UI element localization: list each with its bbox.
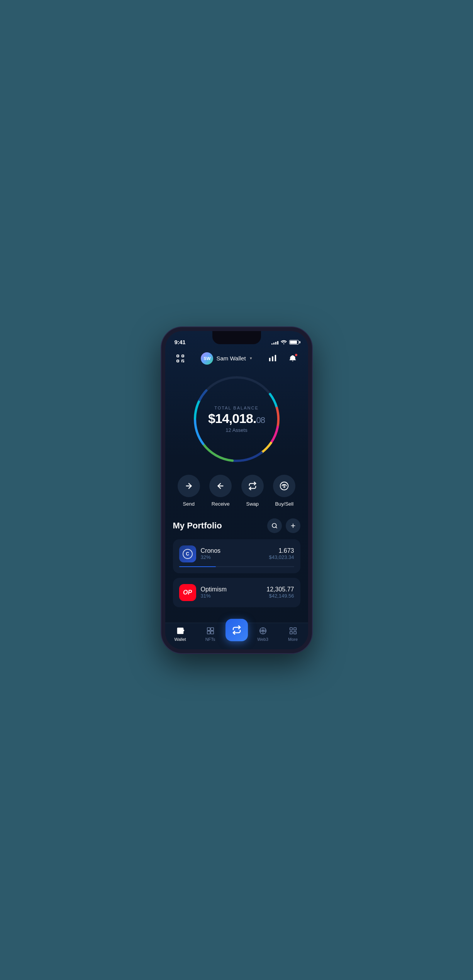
cronos-bar xyxy=(179,566,216,567)
svg-rect-2 xyxy=(182,355,184,357)
web3-nav-label: Web3 xyxy=(257,637,268,642)
quick-actions: Send Receive xyxy=(165,465,308,511)
balance-cents: 08 xyxy=(256,415,264,425)
notifications-button[interactable] xyxy=(285,351,300,366)
cronos-amount: 1.673 xyxy=(269,547,294,554)
bottom-navigation: Wallet NFTs xyxy=(165,623,308,649)
svg-rect-30 xyxy=(210,627,213,630)
notification-dot xyxy=(295,353,298,357)
cronos-bar-container xyxy=(179,566,294,567)
asset-row: C Cronos 32% 1.673 $43,023.34 xyxy=(179,545,294,562)
nfts-nav-label: NFTs xyxy=(205,637,215,642)
svg-rect-9 xyxy=(272,356,274,361)
balance-assets-count: 12 Assets xyxy=(208,427,265,433)
optimism-amount: 12,305.77 xyxy=(266,586,294,593)
optimism-values: 12,305.77 $42,149.56 xyxy=(266,586,294,599)
nav-wallet[interactable]: Wallet xyxy=(165,626,195,642)
nav-web3[interactable]: Web3 xyxy=(248,626,278,642)
svg-rect-8 xyxy=(269,358,271,361)
signal-icon xyxy=(271,340,278,345)
portfolio-add-button[interactable] xyxy=(286,518,300,533)
svg-rect-38 xyxy=(293,631,296,634)
cronos-pct: 32% xyxy=(201,554,264,560)
receive-action[interactable]: Receive xyxy=(209,475,232,507)
asset-card-optimism[interactable]: OP Optimism 31% 12,305.77 $42,149.56 xyxy=(173,578,300,607)
balance-amount: $14,018.08 xyxy=(208,411,265,425)
send-button[interactable] xyxy=(178,475,200,497)
nav-right-actions xyxy=(265,351,300,366)
buysell-action[interactable]: $ Buy/Sell xyxy=(273,475,295,507)
optimism-info: Optimism 31% xyxy=(201,586,262,599)
send-label: Send xyxy=(183,501,195,507)
send-action[interactable]: Send xyxy=(178,475,200,507)
web3-nav-icon xyxy=(258,626,268,635)
portfolio-search-button[interactable] xyxy=(267,518,282,533)
receive-button[interactable] xyxy=(209,475,232,497)
svg-rect-31 xyxy=(207,631,210,634)
scanner-button[interactable] xyxy=(173,351,188,366)
status-time: 9:41 xyxy=(175,339,186,345)
top-nav: SW Sam Wallet ▾ xyxy=(165,348,308,369)
wallet-name: Sam Wallet xyxy=(216,355,246,362)
nfts-nav-icon xyxy=(206,626,215,635)
svg-rect-1 xyxy=(177,355,179,357)
more-nav-label: More xyxy=(288,637,298,642)
portfolio-section: My Portfolio xyxy=(165,511,308,607)
svg-rect-32 xyxy=(210,631,213,634)
optimism-usd: $42,149.56 xyxy=(266,593,294,599)
wallet-nav-label: Wallet xyxy=(174,637,186,642)
chart-button[interactable] xyxy=(265,351,280,366)
swap-label: Swap xyxy=(246,501,259,507)
cronos-values: 1.673 $43,023.34 xyxy=(269,547,294,560)
svg-line-26 xyxy=(276,527,277,528)
battery-icon xyxy=(289,340,299,345)
swap-action[interactable]: Swap xyxy=(241,475,264,507)
buysell-label: Buy/Sell xyxy=(275,501,293,507)
cronos-icon: C xyxy=(179,545,196,562)
cronos-usd: $43,023.34 xyxy=(269,554,294,560)
portfolio-title: My Portfolio xyxy=(173,521,222,531)
optimism-icon: OP xyxy=(179,584,196,601)
portfolio-header-actions xyxy=(267,518,300,533)
balance-section: TOTAL BALANCE $14,018.08 12 Assets xyxy=(165,369,308,465)
buysell-button[interactable]: $ xyxy=(273,475,295,497)
balance-circle: TOTAL BALANCE $14,018.08 12 Assets xyxy=(190,373,283,465)
svg-rect-35 xyxy=(290,627,292,630)
balance-text-group: TOTAL BALANCE $14,018.08 12 Assets xyxy=(208,405,265,433)
svg-rect-29 xyxy=(207,627,210,630)
nav-nfts[interactable]: NFTs xyxy=(195,626,225,642)
asset-row: OP Optimism 31% 12,305.77 $42,149.56 xyxy=(179,584,294,601)
status-icons xyxy=(271,340,299,345)
svg-rect-3 xyxy=(177,360,179,362)
wifi-icon xyxy=(281,340,287,345)
asset-card-cronos[interactable]: C Cronos 32% 1.673 $43,023.34 xyxy=(173,539,300,573)
portfolio-header: My Portfolio xyxy=(173,518,300,533)
svg-rect-10 xyxy=(275,355,276,361)
optimism-name: Optimism xyxy=(201,586,262,593)
svg-rect-37 xyxy=(290,631,292,634)
wallet-nav-icon xyxy=(176,626,185,635)
cronos-name: Cronos xyxy=(201,547,264,554)
swap-button[interactable] xyxy=(241,475,264,497)
wallet-avatar: SW xyxy=(201,352,213,365)
chevron-down-icon: ▾ xyxy=(250,356,252,361)
cronos-info: Cronos 32% xyxy=(201,547,264,560)
swap-center-button[interactable] xyxy=(225,619,248,641)
receive-label: Receive xyxy=(212,501,230,507)
balance-label: TOTAL BALANCE xyxy=(208,405,265,410)
svg-point-0 xyxy=(283,343,284,344)
optimism-pct: 31% xyxy=(201,593,262,599)
svg-rect-36 xyxy=(293,627,296,630)
nav-more[interactable]: More xyxy=(278,626,308,642)
wallet-selector[interactable]: SW Sam Wallet ▾ xyxy=(201,352,252,365)
more-nav-icon xyxy=(288,626,298,635)
